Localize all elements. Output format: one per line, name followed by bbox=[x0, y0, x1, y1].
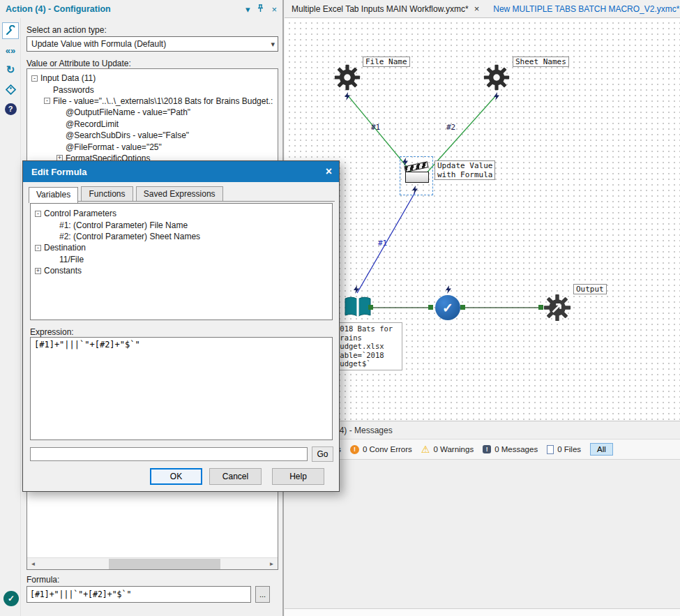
dialog-titlebar[interactable]: Edit Formula × bbox=[23, 161, 339, 182]
close-icon[interactable]: × bbox=[474, 3, 480, 14]
refresh-icon[interactable]: ↻ bbox=[2, 61, 19, 78]
filter-warnings[interactable]: ⚠ 0 Warnings bbox=[421, 445, 474, 454]
connection-label: #1 bbox=[371, 123, 380, 132]
input-anchor[interactable] bbox=[538, 305, 543, 310]
tree-item-label[interactable]: Destination bbox=[44, 243, 86, 253]
input-data-annotation[interactable]: 2018 Bats for Brains Budget.xlsx Table=`… bbox=[332, 322, 402, 370]
tree-item[interactable]: @OutputFileName - value="Path" bbox=[27, 107, 278, 118]
tree-item[interactable]: @FileFormat - value="25" bbox=[27, 141, 278, 152]
tree-item[interactable]: 11/File bbox=[31, 254, 332, 265]
help-button[interactable]: Help bbox=[272, 468, 324, 485]
workflow-canvas[interactable]: File Name Sheet Names #1 bbox=[285, 18, 680, 421]
help-icon[interactable]: ? bbox=[2, 100, 19, 117]
tree-item[interactable]: - Input Data (11) bbox=[27, 73, 278, 84]
tab-batch-macro[interactable]: New MULTIPLE TABS BATCH MACRO_V2.yxmc* × bbox=[493, 3, 680, 14]
scroll-right-icon[interactable]: ► bbox=[266, 558, 278, 570]
lightning-anchor-icon[interactable] bbox=[402, 158, 408, 166]
pin-icon[interactable] bbox=[257, 4, 264, 15]
cancel-button[interactable]: Cancel bbox=[209, 468, 262, 485]
tree-toggle-icon[interactable]: - bbox=[31, 75, 38, 82]
formula-input[interactable] bbox=[27, 586, 251, 603]
lightning-anchor-icon[interactable] bbox=[345, 92, 350, 100]
tab-saved-expressions[interactable]: Saved Expressions bbox=[136, 186, 223, 201]
tree-item[interactable]: @RecordLimit bbox=[27, 119, 278, 130]
scrollbar-thumb[interactable] bbox=[109, 559, 220, 569]
tree-toggle-icon[interactable]: - bbox=[44, 98, 50, 104]
control-parameter-2-annotation[interactable]: Sheet Names bbox=[513, 57, 569, 67]
action-tool-annotation[interactable]: Update Value with Formula bbox=[435, 160, 495, 180]
tree-item-label[interactable]: @OutputFileName - value="Path" bbox=[66, 107, 190, 117]
tree-item[interactable]: - Control Parameters bbox=[31, 208, 332, 219]
tab-main-workflow[interactable]: Multiple Excel Tab Inputs MAIN Workflow.… bbox=[292, 3, 479, 14]
tree-item[interactable]: Passwords bbox=[27, 84, 278, 95]
tree-item[interactable]: #1: (Control Parameter) File Name bbox=[31, 219, 332, 230]
go-button[interactable]: Go bbox=[312, 446, 333, 462]
dialog-title: Edit Formula bbox=[31, 167, 326, 177]
formula-ellipsis-button[interactable]: ... bbox=[255, 586, 270, 603]
filter-all-button[interactable]: All bbox=[590, 443, 613, 456]
action-type-dropdown[interactable]: Update Value with Formula (Default) ▾ bbox=[27, 36, 278, 52]
output-anchor[interactable] bbox=[368, 305, 373, 310]
control-parameter-gear-icon[interactable] bbox=[334, 64, 361, 91]
lightning-anchor-icon[interactable] bbox=[446, 285, 451, 294]
tree-item-label[interactable]: Constants bbox=[44, 266, 82, 276]
tree-item-label[interactable]: Control Parameters bbox=[44, 209, 116, 218]
input-anchor[interactable] bbox=[428, 305, 433, 310]
apply-check-icon[interactable]: ✓ bbox=[3, 591, 19, 606]
connection-label: #1 bbox=[378, 239, 387, 248]
ok-button[interactable]: OK bbox=[150, 468, 202, 485]
macro-output-annotation[interactable]: Output bbox=[573, 284, 607, 294]
panel-menu-caret-icon[interactable]: ▾ bbox=[245, 4, 250, 15]
control-parameter-gear-icon[interactable] bbox=[483, 64, 510, 91]
scrollbar-track[interactable] bbox=[39, 558, 266, 569]
file-icon bbox=[547, 445, 554, 454]
expression-textarea[interactable]: [#1]+"|||`"+[#2]+"$`" bbox=[30, 337, 333, 440]
tab-functions[interactable]: Functions bbox=[81, 186, 133, 201]
tab-label: New MULTIPLE TABS BATCH MACRO_V2.yxmc* bbox=[493, 4, 679, 14]
tree-item-label[interactable]: @SearchSubDirs - value="False" bbox=[66, 130, 189, 140]
tree-item-label[interactable]: Input Data (11) bbox=[40, 73, 96, 83]
tree-toggle-icon[interactable]: - bbox=[35, 245, 41, 251]
tree-toggle-icon[interactable]: - bbox=[35, 211, 41, 217]
tree-item[interactable]: - Destination bbox=[31, 242, 332, 253]
output-anchor[interactable] bbox=[460, 305, 465, 310]
results-panel-header: Action (4) - Messages bbox=[285, 421, 680, 439]
lightning-anchor-icon[interactable] bbox=[354, 285, 359, 294]
tree-item-label[interactable]: #1: (Control Parameter) File Name bbox=[59, 220, 188, 230]
tree-item-label[interactable]: 11/File bbox=[59, 255, 84, 264]
tree-item-label[interactable]: @RecordLimit bbox=[66, 119, 119, 129]
control-parameter-1-annotation[interactable]: File Name bbox=[363, 57, 410, 67]
workflow-region: Multiple Excel Tab Inputs MAIN Workflow.… bbox=[285, 0, 680, 616]
action-tool-icon[interactable] bbox=[405, 166, 429, 183]
tree-toggle-icon[interactable]: + bbox=[35, 268, 41, 274]
horizontal-scrollbar[interactable]: ◄ ► bbox=[27, 557, 278, 569]
annotation-tag-icon[interactable] bbox=[2, 81, 19, 98]
input-data-tool-icon[interactable] bbox=[345, 296, 371, 318]
filter-messages[interactable]: ! 0 Messages bbox=[483, 445, 538, 453]
tree-item-label[interactable]: #2: (Control Parameter) Sheet Names bbox=[59, 232, 200, 241]
search-input[interactable] bbox=[30, 447, 308, 461]
select-tool-icon[interactable]: ✓ bbox=[435, 295, 460, 320]
message-icon: ! bbox=[483, 445, 491, 453]
configuration-tab-wrench-icon[interactable] bbox=[2, 22, 19, 39]
filter-conv-errors[interactable]: ! 0 Conv Errors bbox=[350, 445, 412, 454]
results-panel: Action (4) - Messages ! 0 Errors ! 0 Con… bbox=[285, 421, 680, 608]
tree-item-label[interactable]: File - value="..\..\_externals\1\2018 Ba… bbox=[53, 96, 273, 106]
xml-code-icon[interactable]: «» bbox=[2, 42, 19, 59]
tree-item[interactable]: + Constants bbox=[31, 265, 332, 276]
lightning-anchor-icon[interactable] bbox=[494, 92, 499, 100]
filter-files[interactable]: 0 Files bbox=[547, 445, 581, 454]
tree-item[interactable]: #2: (Control Parameter) Sheet Names bbox=[31, 231, 332, 242]
panel-title: Action (4) - Configuration bbox=[6, 4, 245, 14]
dialog-close-icon[interactable]: × bbox=[326, 165, 332, 178]
tree-item[interactable]: @SearchSubDirs - value="False" bbox=[27, 130, 278, 141]
tree-item-label[interactable]: Passwords bbox=[53, 85, 94, 95]
tree-item[interactable]: - File - value="..\..\_externals\1\2018 … bbox=[27, 96, 278, 107]
tree-item-label[interactable]: @FileFormat - value="25" bbox=[66, 142, 162, 152]
lightning-anchor-icon[interactable] bbox=[412, 186, 418, 194]
macro-output-tool-icon[interactable] bbox=[543, 294, 571, 322]
bottom-strip bbox=[285, 608, 680, 616]
scroll-left-icon[interactable]: ◄ bbox=[27, 558, 39, 570]
tab-variables[interactable]: Variables bbox=[29, 187, 78, 203]
panel-close-icon[interactable]: × bbox=[271, 4, 277, 15]
